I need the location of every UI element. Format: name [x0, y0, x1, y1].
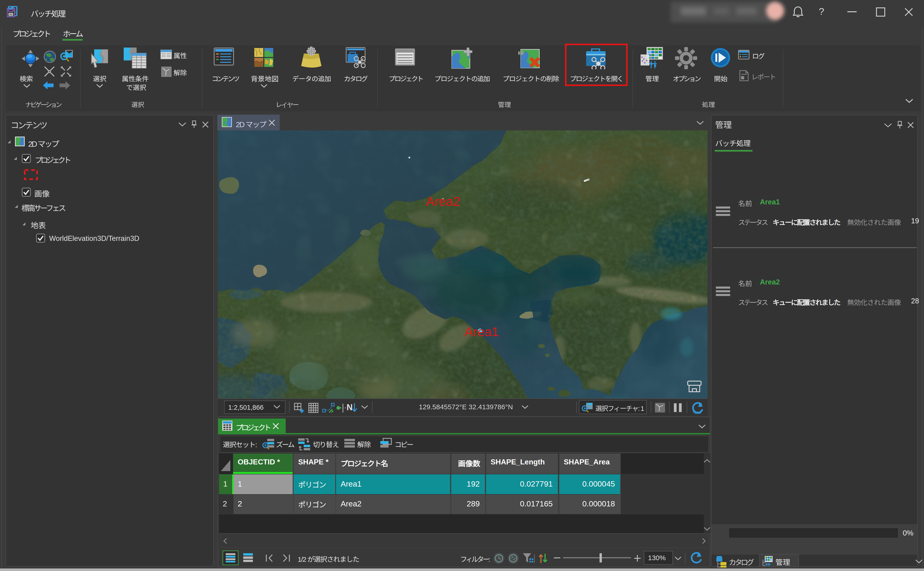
svg-text:Area2: Area2: [426, 194, 460, 208]
svg-text:N: N: [347, 403, 352, 412]
svg-text:Area1: Area1: [465, 324, 499, 339]
